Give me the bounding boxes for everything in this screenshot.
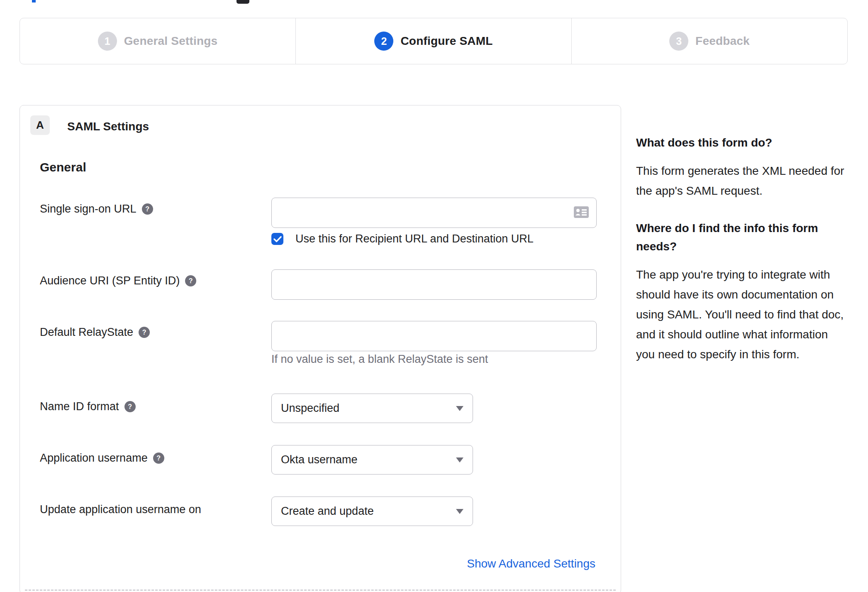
chevron-down-icon bbox=[456, 406, 463, 411]
update-application-username-label: Update application username on bbox=[40, 503, 201, 516]
name-id-format-label: Name ID format ? bbox=[40, 400, 136, 413]
help-icon[interactable]: ? bbox=[124, 401, 136, 412]
name-id-format-select[interactable]: Unspecified bbox=[271, 394, 473, 423]
field-label-text: Application username bbox=[40, 452, 148, 465]
chevron-down-icon bbox=[456, 509, 463, 514]
clipped-header-icon bbox=[237, 0, 249, 4]
step-number-badge: 1 bbox=[98, 32, 117, 51]
single-sign-on-url-field-wrap bbox=[271, 198, 597, 228]
help-body: This form generates the XML needed for t… bbox=[636, 161, 846, 201]
default-relaystate-label: Default RelayState ? bbox=[40, 326, 150, 339]
audience-uri-input[interactable] bbox=[271, 269, 597, 300]
step-number-badge: 3 bbox=[669, 32, 688, 51]
select-value: Create and update bbox=[281, 505, 374, 518]
saml-settings-panel: A SAML Settings General Single sign-on U… bbox=[20, 105, 621, 592]
field-label-text: Default RelayState bbox=[40, 326, 133, 339]
step-label: Feedback bbox=[695, 34, 750, 48]
single-sign-on-url-input[interactable] bbox=[271, 198, 597, 228]
recipient-url-checkbox-row: Use this for Recipient URL and Destinati… bbox=[271, 232, 534, 245]
chevron-down-icon bbox=[456, 457, 463, 462]
field-label-text: Name ID format bbox=[40, 400, 119, 413]
select-value: Unspecified bbox=[281, 402, 339, 415]
step-label: Configure SAML bbox=[400, 34, 493, 48]
help-sidebar: What does this form do? This form genera… bbox=[636, 134, 846, 364]
help-heading: What does this form do? bbox=[636, 134, 846, 152]
section-a-badge: A bbox=[30, 115, 50, 135]
help-section-where: Where do I find the info this form needs… bbox=[636, 219, 846, 364]
help-body: The app you're trying to integrate with … bbox=[636, 265, 846, 364]
select-value: Okta username bbox=[281, 453, 358, 466]
clipped-header-accent bbox=[32, 0, 36, 2]
recipient-url-checkbox-label: Use this for Recipient URL and Destinati… bbox=[295, 232, 534, 245]
single-sign-on-url-label: Single sign-on URL ? bbox=[40, 203, 153, 215]
help-section-what: What does this form do? This form genera… bbox=[636, 134, 846, 201]
field-label-text: Update application username on bbox=[40, 503, 201, 516]
help-icon[interactable]: ? bbox=[139, 327, 150, 338]
help-icon[interactable]: ? bbox=[142, 203, 153, 215]
default-relaystate-input[interactable] bbox=[271, 321, 597, 351]
step-label: General Settings bbox=[124, 34, 218, 48]
general-group-heading: General bbox=[40, 160, 86, 174]
help-heading: Where do I find the info this form needs… bbox=[636, 219, 846, 256]
field-label-text: Single sign-on URL bbox=[40, 203, 137, 215]
help-icon[interactable]: ? bbox=[153, 453, 164, 464]
show-advanced-settings-link[interactable]: Show Advanced Settings bbox=[467, 557, 595, 570]
step-number-badge: 2 bbox=[374, 32, 393, 51]
application-username-label: Application username ? bbox=[40, 452, 164, 465]
audience-uri-label: Audience URI (SP Entity ID) ? bbox=[40, 274, 196, 287]
section-title: SAML Settings bbox=[67, 120, 149, 133]
application-username-select[interactable]: Okta username bbox=[271, 445, 473, 475]
section-dashed-divider bbox=[25, 590, 616, 591]
update-application-username-select[interactable]: Create and update bbox=[271, 497, 473, 526]
recipient-url-checkbox[interactable] bbox=[271, 233, 283, 245]
field-label-text: Audience URI (SP Entity ID) bbox=[40, 274, 180, 287]
help-icon[interactable]: ? bbox=[185, 275, 196, 286]
relaystate-hint: If no value is set, a blank RelayState i… bbox=[271, 353, 488, 366]
wizard-stepper: 1 General Settings 2 Configure SAML 3 Fe… bbox=[20, 18, 848, 64]
step-feedback[interactable]: 3 Feedback bbox=[571, 18, 847, 64]
step-general-settings[interactable]: 1 General Settings bbox=[20, 18, 295, 64]
step-configure-saml[interactable]: 2 Configure SAML bbox=[295, 18, 571, 64]
